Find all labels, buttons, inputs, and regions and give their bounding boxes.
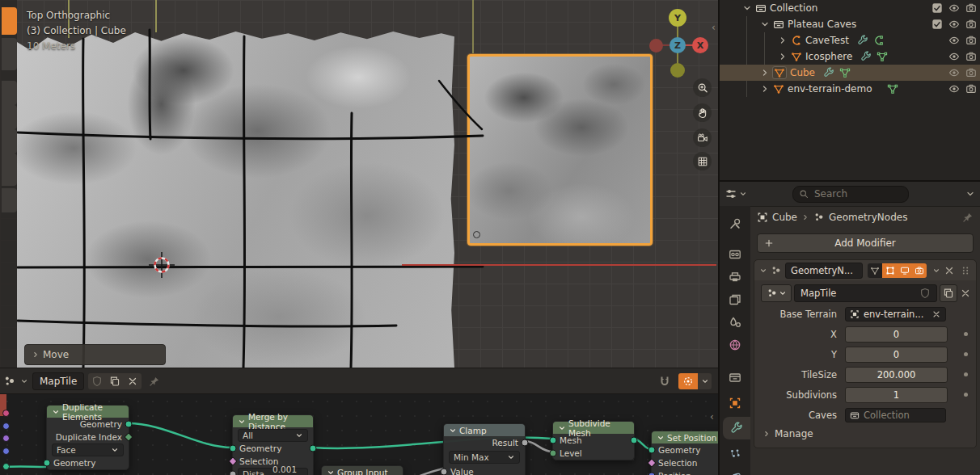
node-duplicate-elements[interactable]: Duplicate Elements Geometry Duplicate In…	[46, 405, 129, 470]
camera-view-button[interactable]	[693, 128, 712, 147]
base-terrain-object-field[interactable]: env-terrain...	[845, 307, 946, 322]
node-canvas[interactable]: Duplicate Elements Geometry Duplicate In…	[0, 394, 718, 475]
sidebar-collapse-arrow[interactable]: ‹	[712, 23, 716, 32]
chevron-down-icon[interactable]	[657, 434, 665, 442]
geometry-nodes-badge-icon[interactable]	[873, 35, 885, 46]
chevron-right-icon[interactable]	[760, 84, 770, 94]
socket-geometry-out[interactable]	[310, 445, 317, 452]
socket-vector[interactable]	[2, 448, 10, 455]
camera-icon[interactable]	[965, 67, 977, 78]
socket-value-in[interactable]	[441, 469, 448, 475]
eye-icon[interactable]	[948, 83, 960, 95]
node-set-position[interactable]: Set Position Geometry Selection Position	[651, 431, 718, 475]
toggle-edit-cage[interactable]	[868, 263, 882, 278]
eye-icon[interactable]	[948, 51, 960, 62]
y-value-field[interactable]: 0	[845, 347, 948, 363]
chevron-down-icon[interactable]	[558, 424, 566, 432]
snap-proximity-button[interactable]	[678, 373, 698, 389]
camera-icon[interactable]	[965, 19, 977, 30]
unlink-icon[interactable]	[960, 288, 971, 299]
add-modifier-button[interactable]: Add Modifier	[757, 233, 974, 253]
shield-icon[interactable]	[919, 288, 931, 299]
geometry-nodes-badge-icon[interactable]	[839, 67, 851, 78]
animate-dot[interactable]	[964, 352, 968, 356]
selected-cube-tile[interactable]	[467, 54, 653, 246]
tab-output[interactable]	[720, 266, 750, 288]
copy-node-group-button[interactable]	[940, 284, 957, 302]
chevron-right-icon[interactable]	[778, 36, 788, 45]
pin-icon[interactable]	[149, 376, 160, 387]
socket-result-out[interactable]	[522, 439, 529, 447]
terrain-mesh[interactable]	[17, 30, 454, 368]
outliner-row-plateau-caves[interactable]: Plateau Caves	[720, 16, 980, 32]
domain-dropdown[interactable]: Face	[52, 443, 124, 456]
tab-scene[interactable]	[720, 311, 750, 334]
outliner-row-env-terrain-demo[interactable]: env-terrain-demo	[720, 81, 980, 97]
geometry-nodes-badge-icon[interactable]	[887, 83, 898, 95]
node-clamp[interactable]: Clamp Result Min Max Value	[443, 423, 526, 475]
socket-purple[interactable]	[2, 435, 10, 442]
remove-modifier-icon[interactable]	[944, 265, 955, 276]
snap-magnet-icon[interactable]	[658, 375, 671, 388]
animate-dot[interactable]	[964, 393, 968, 397]
gizmo-axis-x[interactable]: X	[692, 37, 708, 53]
chevron-down-icon[interactable]	[739, 190, 747, 198]
socket-rotation[interactable]	[2, 410, 10, 417]
outliner-row-collection[interactable]: Collection	[720, 0, 980, 16]
panel-options-chevron-icon[interactable]	[965, 189, 975, 199]
caves-collection-field[interactable]: Collection	[845, 408, 946, 422]
snap-mode-control[interactable]	[678, 373, 712, 389]
node-group-browse-button[interactable]	[761, 284, 792, 302]
outliner-row-cavetest[interactable]: CaveTest	[720, 32, 980, 48]
chevron-down-icon[interactable]	[760, 19, 770, 29]
modifier-name-field[interactable]: GeometryN...	[785, 263, 863, 279]
search-input[interactable]	[813, 187, 885, 200]
socket-geometry-in[interactable]	[44, 460, 51, 467]
tool-rotate-button[interactable]	[2, 105, 17, 129]
socket-distance-in[interactable]	[230, 471, 237, 475]
socket-position-in[interactable]	[648, 473, 656, 475]
gizmo-axis-y[interactable]: Y	[669, 9, 686, 27]
eye-icon[interactable]	[948, 19, 960, 30]
gizmo-axis-y-neg[interactable]	[670, 63, 685, 78]
tab-view-layer[interactable]	[720, 288, 750, 311]
socket-geometry-out[interactable]	[125, 421, 133, 428]
chevron-down-icon[interactable]	[327, 469, 335, 475]
x-value-field[interactable]: 0	[845, 326, 948, 343]
socket-mesh-in[interactable]	[550, 437, 557, 444]
modifier-wrench-icon[interactable]	[860, 51, 872, 62]
checkbox-icon[interactable]	[931, 19, 943, 30]
tab-collection[interactable]	[720, 366, 750, 389]
chevron-down-icon[interactable]	[759, 267, 767, 275]
drag-grip-icon[interactable]	[960, 265, 971, 276]
unlink-button[interactable]	[124, 373, 142, 389]
clamp-mode-dropdown[interactable]: Min Max	[449, 451, 520, 464]
pan-button[interactable]	[693, 103, 712, 122]
node-tree-name-field[interactable]: MapTile	[32, 372, 84, 390]
chevron-down-icon[interactable]	[238, 418, 246, 426]
camera-icon[interactable]	[965, 83, 977, 95]
perspective-toggle-button[interactable]	[693, 152, 712, 170]
camera-icon[interactable]	[965, 2, 977, 14]
tool-move-button[interactable]	[2, 81, 17, 105]
snap-mode-dropdown[interactable]	[698, 373, 712, 389]
search-field[interactable]	[792, 186, 909, 203]
manage-subpanel[interactable]: Manage	[754, 425, 976, 443]
toggle-realtime[interactable]	[898, 263, 912, 278]
outliner-row-cube-selected[interactable]: Cube	[720, 65, 980, 81]
eye-icon[interactable]	[948, 35, 960, 46]
tab-object[interactable]	[720, 392, 750, 414]
node-panel-collapse-arrow[interactable]: ‹	[710, 412, 714, 422]
zoom-button[interactable]	[693, 78, 712, 97]
chevron-down-icon[interactable]	[449, 427, 457, 435]
breadcrumb-object[interactable]: Cube	[772, 212, 797, 223]
node-merge-by-distance[interactable]: Merge by Distance All Geometry Selection…	[232, 414, 314, 475]
socket-vector[interactable]	[2, 422, 10, 430]
tab-render[interactable]	[720, 243, 750, 266]
socket-geometry-in[interactable]	[230, 445, 237, 452]
node-group-name-field[interactable]: MapTile	[794, 284, 937, 302]
modifier-wrench-icon[interactable]	[823, 67, 834, 78]
chevron-down-icon[interactable]	[20, 377, 28, 385]
node-group-input[interactable]: Group Input	[321, 465, 403, 475]
geometry-nodes-badge-icon[interactable]	[877, 51, 888, 62]
